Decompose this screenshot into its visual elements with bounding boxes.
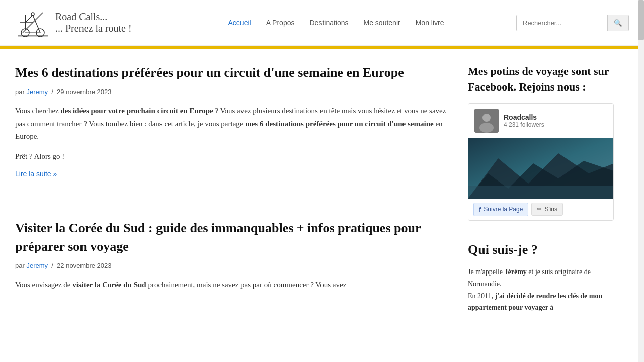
sidebar-about-para2: En 2011, j'ai décidé de rendre les clés …	[468, 290, 619, 314]
fb-avatar	[474, 109, 499, 133]
logo-text: Road Calls... ... Prenez la route !	[55, 11, 132, 34]
article-list: Mes 6 destinations préférées pour un cir…	[15, 64, 448, 334]
logo-area: Road Calls... ... Prenez la route !	[15, 5, 156, 40]
fb-cover-image	[468, 138, 613, 199]
nav-apropos[interactable]: A Propos	[266, 19, 295, 27]
facebook-widget: Roadcalls 4 231 followers	[468, 103, 614, 221]
scrollbar[interactable]	[638, 0, 644, 349]
search-input[interactable]	[517, 15, 607, 31]
sidebar-facebook-section: Mes potins de voyage sont sur Facebook. …	[468, 64, 619, 221]
main-nav: Accueil A Propos Destinations Me souteni…	[156, 19, 516, 27]
search-button[interactable]: 🔍	[607, 15, 628, 31]
sidebar: Mes potins de voyage sont sur Facebook. …	[468, 64, 619, 334]
fb-actions: f Suivre la Page ✏ S'ins	[468, 199, 613, 220]
article-2-para1: Vous envisagez de visiter la Corée du Su…	[15, 279, 448, 292]
article-separator	[15, 204, 448, 204]
article-2-author[interactable]: Jeremy	[26, 262, 48, 269]
article-1: Mes 6 destinations préférées pour un cir…	[15, 64, 448, 178]
article-2-meta: par Jeremy / 22 novembre 2023	[15, 262, 448, 269]
article-2-title: Visiter la Corée du Sud : guide des imma…	[15, 219, 448, 256]
logo-icon	[15, 5, 50, 40]
sidebar-about-heading: Qui suis-je ?	[468, 241, 619, 259]
fb-info: Roadcalls 4 231 followers	[504, 113, 544, 128]
scrollbar-thumb[interactable]	[638, 0, 644, 40]
article-1-read-more[interactable]: Lire la suite »	[15, 170, 57, 178]
sidebar-facebook-heading: Mes potins de voyage sont sur Facebook. …	[468, 64, 619, 95]
nav-accueil[interactable]: Accueil	[228, 19, 251, 27]
svg-point-14	[479, 123, 494, 133]
nav-destinations[interactable]: Destinations	[309, 19, 348, 27]
article-1-title: Mes 6 destinations préférées pour un cir…	[15, 64, 448, 82]
article-1-date: 29 novembre 2023	[57, 88, 111, 96]
fb-follow-label: Suivre la Page	[484, 206, 523, 213]
nav-livre[interactable]: Mon livre	[416, 19, 444, 27]
sidebar-about-para1: Je m'appelle Jérémy et je suis originair…	[468, 266, 619, 290]
site-header: Road Calls... ... Prenez la route ! Accu…	[0, 0, 644, 46]
article-1-para1: Vous cherchez des idées pour votre proch…	[15, 105, 448, 143]
nav-soutenir[interactable]: Me soutenir	[364, 19, 400, 27]
svg-rect-18	[468, 186, 613, 199]
fb-page-name: Roadcalls	[504, 113, 544, 121]
fb-followers: 4 231 followers	[504, 121, 544, 128]
search-bar: 🔍	[516, 15, 629, 31]
search-icon: 🔍	[614, 19, 622, 27]
svg-point-13	[482, 114, 491, 122]
fb-sign-label: S'ins	[544, 206, 557, 213]
pencil-icon: ✏	[537, 206, 542, 213]
fb-icon: f	[479, 206, 481, 213]
article-1-meta: par Jeremy / 29 novembre 2023	[15, 88, 448, 96]
fb-header: Roadcalls 4 231 followers	[468, 104, 613, 138]
sidebar-about-section: Qui suis-je ? Je m'appelle Jérémy et je …	[468, 241, 619, 314]
main-container: Mes 6 destinations préférées pour un cir…	[5, 49, 639, 349]
article-2: Visiter la Corée du Sud : guide des imma…	[15, 219, 448, 291]
fb-follow-button[interactable]: f Suivre la Page	[473, 203, 528, 216]
article-2-date: 22 novembre 2023	[57, 262, 111, 269]
article-1-author[interactable]: Jeremy	[26, 88, 48, 96]
fb-sign-button[interactable]: ✏ S'ins	[531, 203, 563, 216]
article-1-para2: Prêt ? Alors go !	[15, 150, 448, 163]
